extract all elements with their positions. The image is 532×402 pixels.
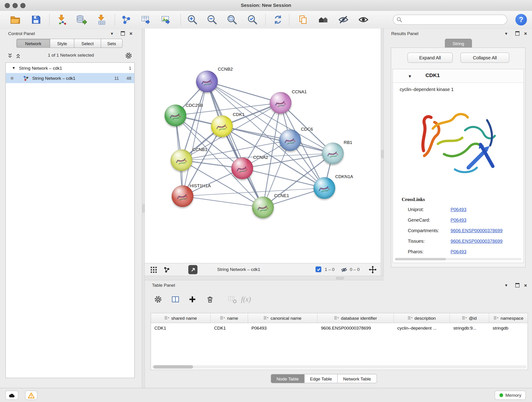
table-horizontal-scrollbar[interactable] xyxy=(152,365,526,369)
crosslink-link[interactable]: P06493 xyxy=(451,249,467,254)
table-cell[interactable]: CDK1 xyxy=(211,325,248,330)
float-panel-icon[interactable] xyxy=(514,282,520,288)
splitter-handle[interactable] xyxy=(143,204,145,212)
zoom-out-button[interactable] xyxy=(205,13,219,26)
birds-eye-view-button[interactable] xyxy=(188,265,197,274)
zoom-in-button[interactable] xyxy=(186,13,199,26)
tab-select[interactable]: Select xyxy=(74,39,101,48)
apply-layout-button[interactable] xyxy=(271,13,285,26)
import-network-database-button[interactable] xyxy=(75,13,88,26)
table-row[interactable]: CDK1CDK1P064939606.ENSP00000378699cyclin… xyxy=(151,323,528,332)
collapse-all-button[interactable]: Collapse All xyxy=(461,53,509,63)
network-node-hist1h1a[interactable] xyxy=(172,185,193,207)
collapse-entry-icon[interactable]: ▼ xyxy=(408,74,412,79)
crosslink-link[interactable]: 9606.ENSP00000378699 xyxy=(451,228,503,233)
close-panel-icon[interactable]: × xyxy=(523,282,529,288)
function-builder-button[interactable]: f(x) xyxy=(240,293,252,305)
float-panel-icon[interactable] xyxy=(120,31,126,36)
table-cell[interactable]: stringdb xyxy=(489,325,528,330)
network-node-cdc25b[interactable] xyxy=(165,104,186,126)
network-node-cdc6[interactable] xyxy=(279,129,301,151)
zoom-selected-button[interactable] xyxy=(246,13,259,26)
sort-column-icon[interactable] xyxy=(462,316,467,320)
delete-column-button[interactable] xyxy=(204,293,216,305)
show-all-button[interactable] xyxy=(317,13,330,26)
column-header-name[interactable]: name xyxy=(211,313,248,323)
cloud-button[interactable] xyxy=(6,390,18,400)
network-node-ccnb2[interactable] xyxy=(196,70,218,92)
collapse-panel-icon[interactable]: ▾ xyxy=(109,31,115,36)
sort-column-icon[interactable] xyxy=(334,316,339,320)
network-node-cdk1[interactable] xyxy=(211,115,233,137)
import-table-button[interactable] xyxy=(95,13,109,26)
search-box[interactable] xyxy=(393,15,507,25)
sort-column-icon[interactable] xyxy=(165,316,169,320)
export-table-button[interactable] xyxy=(139,13,152,26)
column-header-shared-name[interactable]: shared name xyxy=(151,313,211,323)
collapse-panel-icon[interactable]: ▾ xyxy=(503,31,509,36)
float-panel-icon[interactable] xyxy=(514,31,520,36)
warnings-button[interactable] xyxy=(25,390,37,400)
network-node-ccnb1[interactable] xyxy=(171,149,192,171)
sort-column-icon[interactable] xyxy=(494,316,499,320)
show-hidden-button[interactable] xyxy=(356,13,370,26)
table-cell[interactable]: P06493 xyxy=(248,325,318,330)
tab-style[interactable]: Style xyxy=(50,39,75,48)
gene-card-header[interactable]: ▼ CDK1 xyxy=(393,69,524,83)
close-panel-icon[interactable]: × xyxy=(523,31,529,36)
table-cell[interactable]: stringdb:9... xyxy=(450,325,489,330)
crosslink-link[interactable]: P06493 xyxy=(451,217,467,223)
vertical-splitter-right[interactable] xyxy=(381,28,384,280)
column-header-database-identifier[interactable]: database identifier xyxy=(317,313,394,323)
splitter-handle[interactable] xyxy=(336,277,344,279)
tab-sets[interactable]: Sets xyxy=(101,39,123,48)
help-button[interactable]: ? xyxy=(515,14,527,26)
clear-table-button[interactable] xyxy=(226,293,239,305)
table-cell[interactable]: 9606.ENSP00000378699 xyxy=(317,325,394,330)
network-node-cdkn1a[interactable] xyxy=(313,177,335,199)
memory-button[interactable]: Memory xyxy=(495,390,526,400)
hide-selected-button[interactable] xyxy=(336,13,350,26)
network-node-ccna2[interactable] xyxy=(231,157,253,179)
selected-checkbox[interactable] xyxy=(316,266,321,272)
expand-all-button[interactable]: Expand All xyxy=(408,53,453,63)
copy-document-button[interactable] xyxy=(296,13,310,26)
card-scrollbar[interactable] xyxy=(395,258,521,260)
tab-node-table[interactable]: Node Table xyxy=(271,374,304,383)
vertical-splitter-left[interactable] xyxy=(142,28,145,388)
tab-edge-table[interactable]: Edge Table xyxy=(304,374,338,383)
sort-column-icon[interactable] xyxy=(408,316,412,320)
export-image-button[interactable] xyxy=(159,13,173,26)
network-node-rb1[interactable] xyxy=(322,143,344,164)
tab-network[interactable]: Network xyxy=(16,39,50,48)
fit-content-button[interactable] xyxy=(225,13,239,26)
crosslink-link[interactable]: P06493 xyxy=(451,207,467,212)
column-header-canonical-name[interactable]: canonical name xyxy=(248,313,318,323)
grid-view-icon[interactable] xyxy=(151,267,157,273)
save-session-button[interactable] xyxy=(29,13,43,26)
column-header-description[interactable]: description xyxy=(394,313,450,323)
import-network-file-button[interactable] xyxy=(55,13,69,26)
new-network-button[interactable] xyxy=(119,13,133,26)
crosslink-link[interactable]: 9606.ENSP00000378699 xyxy=(451,239,503,244)
search-input[interactable] xyxy=(404,17,507,22)
expand-arrow-icon[interactable]: ▼ xyxy=(12,66,16,70)
create-column-button[interactable] xyxy=(186,293,198,305)
network-list-icon[interactable] xyxy=(164,266,170,273)
network-node-ccna1[interactable] xyxy=(270,92,291,114)
open-session-button[interactable] xyxy=(8,13,22,26)
show-columns-button[interactable] xyxy=(169,293,181,305)
collapse-panel-icon[interactable]: ▾ xyxy=(503,282,509,288)
tree-item[interactable]: String Network – cdk11148 xyxy=(6,73,134,83)
gear-icon[interactable] xyxy=(125,52,133,60)
network-node-ccne1[interactable] xyxy=(252,196,274,218)
move-crosshair-icon[interactable] xyxy=(369,266,377,274)
sort-column-icon[interactable] xyxy=(264,316,268,320)
column-header--id[interactable]: @id xyxy=(450,313,489,323)
table-cell[interactable]: CDK1 xyxy=(151,325,211,330)
network-view[interactable]: CCNB2 CCNA1 CDC25B CDK1 CDC6 RB1 CCNB1 C… xyxy=(145,28,380,275)
close-panel-icon[interactable]: × xyxy=(128,31,134,36)
tab-network-table[interactable]: Network Table xyxy=(337,374,377,383)
tree-item[interactable]: ▼String Network – cdk11 xyxy=(6,63,134,73)
table-settings-button[interactable] xyxy=(152,293,164,305)
